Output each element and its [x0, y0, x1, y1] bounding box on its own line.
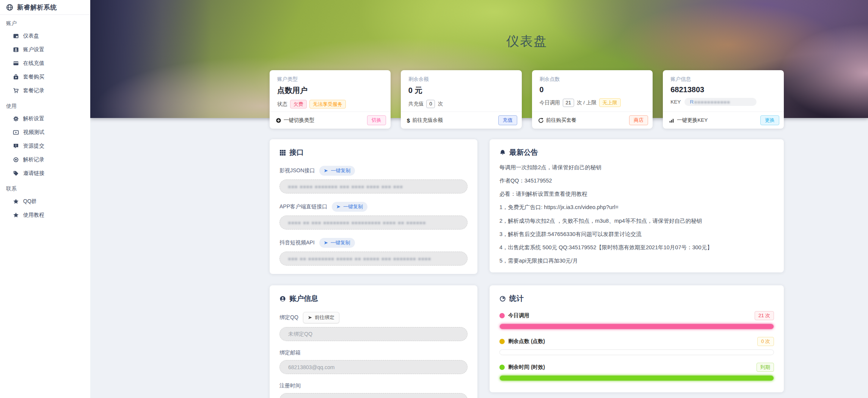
panel-title: 最新公告	[509, 148, 538, 157]
announcement-line: 5，需要api无限接口再加30元/月	[499, 257, 774, 264]
chart-bars-icon	[669, 118, 675, 123]
tag-icon	[13, 170, 19, 176]
copy-button[interactable]: 一键复制	[319, 166, 355, 176]
sidebar-item-label: 视频测试	[23, 129, 44, 136]
sidebar-item-label: 解析记录	[23, 156, 44, 163]
sidebar-section-usage: 使用	[0, 98, 90, 112]
change-key-button[interactable]: 更换	[760, 115, 779, 125]
stat-row-today-calls: 今日调用 21 次	[499, 311, 774, 320]
sidebar: 新睿解析系统 账户 仪表盘 账户设置 在线充值 套餐购买 套餐记录 使用 解析设…	[0, 0, 90, 398]
qq-input[interactable]: 未绑定QQ	[279, 327, 468, 341]
api-url-input[interactable]: ■■■■ ■■ ■■■ ■■■■■■■■ ■■■■■■■■■ ■■■■ ■■ ■…	[279, 216, 468, 230]
sidebar-item-parse-settings[interactable]: 解析设置	[0, 112, 90, 126]
yellow-dot-icon	[499, 339, 505, 344]
stat-badge: 到期	[757, 363, 774, 372]
eye-icon	[13, 157, 19, 163]
interface-panel: 接口 影视JSON接口 一键复制 ■■■ ■■■■ ■■■■■■■ ■■■ ■■…	[270, 139, 477, 274]
sidebar-item-label: 仪表盘	[23, 33, 39, 39]
sidebar-item-package-buy[interactable]: 套餐购买	[0, 70, 90, 84]
star-icon	[13, 212, 19, 218]
announcement-line: 作者QQ：345179552	[499, 177, 774, 184]
card-label: 剩余余额	[408, 76, 514, 83]
announcement-line: 1，免费无广告口: https://jx.ia3.cn/video.php?ur…	[499, 204, 774, 211]
sidebar-item-account-settings[interactable]: 账户设置	[0, 43, 90, 57]
field-label: 绑定QQ	[279, 314, 298, 321]
api-field-douyin: 抖音短视频API 一键复制 ■■■ ■■ ■■■■■■■■ ■■■■■ ■■ ■…	[279, 238, 468, 266]
announcement-panel: 最新公告 每调用一次扣除2点，请保管好自己的秘钥 作者QQ：345179552 …	[490, 139, 784, 272]
sidebar-item-label: 账户设置	[23, 46, 44, 53]
switch-type-button[interactable]: 切换	[367, 115, 386, 125]
refresh-icon	[538, 118, 544, 123]
sidebar-item-package-records[interactable]: 套餐记录	[0, 84, 90, 98]
key-label: KEY	[670, 99, 681, 105]
status-badge-no-service: 无法享受服务	[309, 100, 346, 109]
account-info-panel: 账户信息 绑定QQ 前往绑定 未绑定QQ 绑定邮箱 68213803@qq.co…	[270, 285, 477, 398]
sidebar-item-resource-submit[interactable]: 资源提交	[0, 139, 90, 153]
sidebar-item-label: 解析设置	[23, 115, 44, 122]
send-icon	[336, 205, 341, 209]
pie-clock-icon	[499, 296, 506, 302]
dashboard-icon	[13, 33, 19, 39]
card-account-type: 账户类型 点数用户 状态 欠费 无法享受服务 一键切换类型 切换	[270, 70, 391, 129]
api-field-app: APP客户端直链接口 一键复制 ■■■■ ■■ ■■■ ■■■■■■■■ ■■■…	[279, 202, 468, 230]
announcement-line: 每调用一次扣除2点，请保管好自己的秘钥	[499, 164, 774, 171]
app-title: 新睿解析系统	[17, 3, 57, 12]
app-logo: 新睿解析系统	[0, 0, 90, 15]
star-icon	[13, 198, 19, 205]
panel-title: 账户信息	[289, 294, 318, 304]
main-area: 仪表盘 账户类型 点数用户 状态 欠费 无法享受服务 一键切换类型	[90, 0, 868, 398]
sidebar-item-tutorial[interactable]: 使用教程	[0, 208, 90, 222]
sidebar-item-video-test[interactable]: 视频测试	[0, 126, 90, 139]
card-label: 账户类型	[277, 76, 383, 83]
panel-title: 接口	[289, 148, 304, 157]
progress-bar-today-calls	[499, 324, 774, 329]
api-url-input[interactable]: ■■■ ■■ ■■■■■■■■ ■■■■■ ■■ ■■■■■ ■■■ ■■■■■…	[279, 252, 468, 266]
today-calls-middle: 次 / 上限	[577, 99, 596, 106]
register-time-field: 注册时间 2021-08-30 00:38:02	[279, 382, 468, 398]
bind-qq-field: 绑定QQ 前往绑定 未绑定QQ	[279, 312, 468, 341]
sidebar-item-qq-group[interactable]: QQ群	[0, 195, 90, 208]
stat-badge: 0 次	[757, 337, 774, 346]
sidebar-item-recharge[interactable]: 在线充值	[0, 57, 90, 70]
copy-button[interactable]: 一键复制	[332, 202, 367, 212]
sidebar-item-dashboard[interactable]: 仪表盘	[0, 29, 90, 43]
email-input[interactable]: 68213803@qq.com	[279, 360, 468, 374]
card-value: 点数用户	[277, 85, 383, 96]
account-card-icon	[13, 47, 19, 53]
send-icon	[324, 241, 328, 245]
grid-icon	[279, 149, 286, 156]
announcement-line: 2，解析成功每次扣2点 ，失败不扣点，m3u8、mp4等不扣点，请保管好自己的秘…	[499, 217, 774, 224]
field-label: 绑定邮箱	[279, 349, 301, 356]
copy-button[interactable]: 一键复制	[319, 238, 355, 248]
sidebar-item-label: QQ群	[23, 198, 37, 205]
api-url-input[interactable]: ■■■ ■■■■ ■■■■■■■ ■■■ ■■■■ ■■■■ ■■■ ■■■	[279, 179, 468, 193]
feedback-icon	[13, 143, 19, 149]
announcement-line: 4，出售此套系统 500元 QQ:345179552【限时特惠有效期至2021年…	[499, 244, 774, 251]
user-circle-icon	[279, 296, 286, 302]
green-dot-icon	[499, 365, 505, 370]
today-calls-prefix: 今日调用	[540, 99, 560, 106]
card-label: 剩余点数	[540, 76, 645, 83]
go-bind-button[interactable]: 前往绑定	[303, 312, 339, 323]
dollar-icon: $	[407, 117, 410, 124]
shop-button[interactable]: 商店	[629, 115, 648, 125]
footer-action-label: 一键切换类型	[276, 117, 314, 124]
card-value: 0	[540, 85, 645, 94]
card-balance: 剩余余额 0 元 共充值 0 次 $ 前往充值余额 充值	[401, 70, 522, 129]
sidebar-item-label: 在线充值	[23, 60, 44, 67]
cart-icon	[13, 88, 19, 94]
recharge-button[interactable]: 充值	[498, 115, 517, 125]
sidebar-item-parse-records[interactable]: 解析记录	[0, 153, 90, 167]
sidebar-item-invite-link[interactable]: 邀请链接	[0, 167, 90, 180]
globe-icon	[6, 4, 13, 11]
field-label: 注册时间	[279, 382, 301, 389]
register-time-input[interactable]: 2021-08-30 00:38:02	[279, 393, 468, 398]
field-label: 影视JSON接口	[279, 167, 315, 174]
stat-row-time-left: 剩余时间 (时效) 到期	[499, 363, 774, 372]
footer-action-label: 一键更换KEY	[669, 117, 708, 124]
credit-card-icon	[13, 60, 19, 66]
announcement-line: 3，解析售后交流群:547656330有问题可以发群里讨论交流	[499, 231, 774, 238]
announcement-line: 必看：请到解析设置里查看使用教程	[499, 190, 774, 197]
bell-icon	[499, 149, 506, 156]
sidebar-item-label: 使用教程	[23, 212, 44, 219]
